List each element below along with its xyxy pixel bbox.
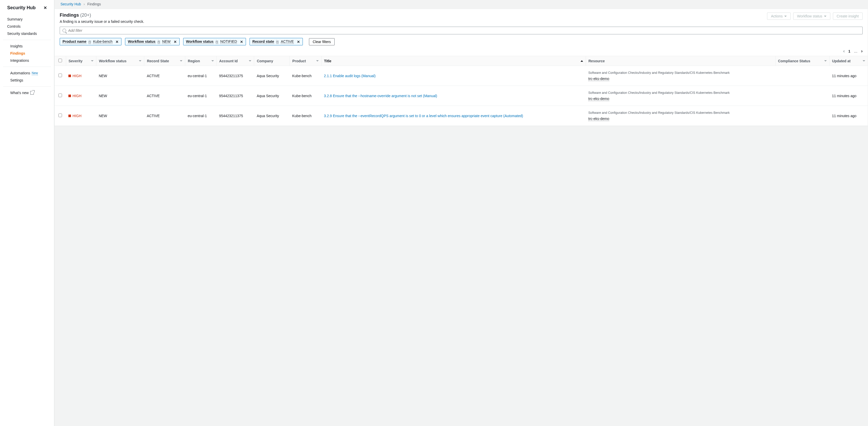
sidebar-item-automations[interactable]: Automations New — [3, 69, 51, 77]
cell-updated: 11 minutes ago — [829, 66, 868, 86]
cell-record: ACTIVE — [144, 66, 185, 86]
col-workflow[interactable]: Workflow status — [96, 56, 144, 66]
sort-icon — [824, 60, 827, 62]
table-row: HIGHNEWACTIVEeu-central-1954423211375Aqu… — [55, 106, 868, 126]
chip-remove-icon[interactable]: ✕ — [297, 40, 300, 44]
search-icon — [63, 29, 66, 32]
cell-region: eu-central-1 — [185, 106, 217, 126]
severity-badge: HIGH — [68, 94, 82, 98]
severity-square-icon — [68, 95, 71, 97]
col-company[interactable]: Company — [254, 56, 290, 66]
cell-workflow: NEW — [96, 86, 144, 106]
cell-account: 954423211375 — [216, 66, 254, 86]
sidebar-item-security-standards[interactable]: Security standards — [0, 30, 54, 37]
select-all-checkbox[interactable] — [58, 59, 62, 62]
filter-chip[interactable]: Product name is Kube-bench✕ — [60, 38, 121, 45]
sidebar-title: Security Hub — [7, 5, 36, 10]
cell-account: 954423211375 — [216, 106, 254, 126]
filter-input[interactable] — [68, 28, 860, 33]
severity-badge: HIGH — [68, 114, 82, 118]
sidebar-item-insights[interactable]: Insights — [3, 42, 51, 50]
sidebar-item-settings[interactable]: Settings — [3, 77, 51, 84]
workflow-status-button[interactable]: Workflow status — [793, 12, 830, 20]
sort-icon — [316, 60, 319, 62]
row-checkbox[interactable] — [58, 73, 62, 77]
resource-text: Software and Configuration Checks/Indust… — [588, 111, 773, 115]
cell-compliance — [775, 86, 829, 106]
cell-record: ACTIVE — [144, 86, 185, 106]
col-record[interactable]: Record State — [144, 56, 185, 66]
chip-remove-icon[interactable]: ✕ — [240, 40, 243, 44]
finding-title-link[interactable]: 3.2.8 Ensure that the --hostname-overrid… — [324, 94, 437, 98]
cell-product: Kube-bench — [290, 106, 321, 126]
col-title[interactable]: Title — [321, 56, 586, 66]
page-subtitle: A finding is a security issue or a faile… — [60, 20, 144, 24]
sidebar-item-controls[interactable]: Controls — [0, 23, 54, 30]
col-product[interactable]: Product — [290, 56, 321, 66]
col-region[interactable]: Region — [185, 56, 217, 66]
caret-down-icon — [824, 16, 827, 17]
sort-icon — [91, 60, 94, 62]
filter-bar[interactable] — [60, 27, 863, 34]
sidebar-item-summary[interactable]: Summary — [0, 16, 54, 23]
finding-title-link[interactable]: 2.1.1 Enable audit logs (Manual) — [324, 74, 376, 78]
sort-asc-icon — [581, 60, 583, 62]
cell-updated: 11 minutes ago — [829, 86, 868, 106]
sort-icon — [249, 60, 251, 62]
severity-square-icon — [68, 115, 71, 117]
chip-remove-icon[interactable]: ✕ — [116, 40, 119, 44]
page-number: 1 — [848, 49, 850, 53]
cell-company: Aqua Security — [254, 66, 290, 86]
cell-updated: 11 minutes ago — [829, 106, 868, 126]
cell-record: ACTIVE — [144, 106, 185, 126]
resource-link[interactable]: trc-eks-demo — [588, 97, 609, 101]
sort-icon — [139, 60, 142, 62]
col-account[interactable]: Account Id — [216, 56, 254, 66]
col-updated[interactable]: Updated at — [829, 56, 868, 66]
create-insight-button[interactable]: Create insight — [833, 12, 863, 20]
prev-page-button[interactable]: ‹ — [843, 49, 845, 54]
row-checkbox[interactable] — [58, 94, 62, 97]
new-badge: New — [32, 71, 38, 75]
next-page-button[interactable]: › — [861, 49, 863, 54]
table-row: HIGHNEWACTIVEeu-central-1954423211375Aqu… — [55, 66, 868, 86]
clear-filters-button[interactable]: Clear filters — [309, 38, 335, 45]
breadcrumb-current: Findings — [87, 2, 101, 6]
cell-account: 954423211375 — [216, 86, 254, 106]
chip-remove-icon[interactable]: ✕ — [174, 40, 177, 44]
resource-link[interactable]: trc-eks-demo — [588, 117, 609, 121]
cell-compliance — [775, 66, 829, 86]
cell-product: Kube-bench — [290, 86, 321, 106]
actions-button[interactable]: Actions — [767, 12, 790, 20]
breadcrumb: Security Hub › Findings — [54, 0, 868, 9]
row-checkbox[interactable] — [58, 114, 62, 117]
col-severity[interactable]: Severity — [66, 56, 96, 66]
cell-company: Aqua Security — [254, 106, 290, 126]
pager: ‹ 1 … › — [55, 49, 868, 56]
sort-icon — [863, 60, 865, 62]
filter-chip[interactable]: Record state is ACTIVE✕ — [250, 38, 303, 45]
breadcrumb-root[interactable]: Security Hub — [60, 2, 81, 6]
page-title: Findings (20+) — [60, 12, 144, 18]
cell-workflow: NEW — [96, 106, 144, 126]
sidebar-item-whats-new[interactable]: What's new — [3, 89, 51, 96]
col-compliance[interactable]: Compliance Status — [775, 56, 829, 66]
page-ellipsis: … — [854, 49, 858, 53]
severity-square-icon — [68, 74, 71, 77]
close-icon[interactable]: ✕ — [43, 5, 47, 10]
main-content: Security Hub › Findings Findings (20+) A… — [54, 0, 868, 426]
count-badge: (20+) — [80, 12, 91, 18]
filter-chip[interactable]: Workflow status is NEW✕ — [125, 38, 180, 45]
col-resource[interactable]: Resource — [586, 56, 775, 66]
resource-link[interactable]: trc-eks-demo — [588, 77, 609, 81]
severity-badge: HIGH — [68, 74, 82, 78]
sidebar-item-findings[interactable]: Findings — [3, 50, 51, 57]
resource-text: Software and Configuration Checks/Indust… — [588, 90, 773, 95]
sidebar-item-integrations[interactable]: Integrations — [3, 57, 51, 64]
cell-compliance — [775, 106, 829, 126]
sort-icon — [180, 60, 182, 62]
finding-title-link[interactable]: 3.2.9 Ensure that the --eventRecordQPS a… — [324, 114, 523, 118]
table-row: HIGHNEWACTIVEeu-central-1954423211375Aqu… — [55, 86, 868, 106]
findings-table: Severity Workflow status Record State Re… — [55, 56, 868, 126]
filter-chip[interactable]: Workflow status is NOTIFIED✕ — [183, 38, 246, 45]
